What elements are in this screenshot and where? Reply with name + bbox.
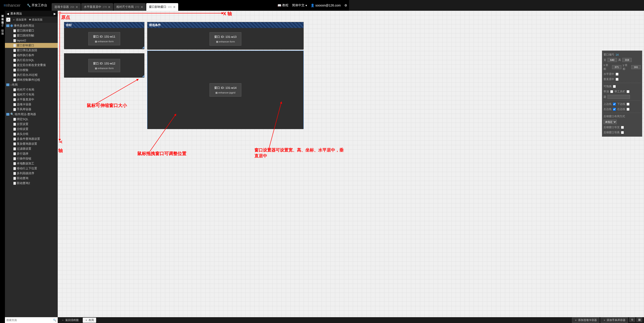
tree-item[interactable]: 移动行上下位置 [5,166,58,171]
window-label: 窗口 ID: 131-w13 ▦ enhancer-form [210,32,241,46]
sidebar-toolbar: ⤢ ＋添加菜单 ✚添加页面 [5,16,58,23]
tree-item[interactable]: 提交后台前改变变量值 [5,63,58,68]
close-icon[interactable]: ✕ [76,5,78,9]
tree-item[interactable]: 选项卡容器 [5,102,58,107]
tree-item[interactable]: 脚本控制事件过程 [5,78,58,82]
tree-item[interactable]: 窗口弹出及按回 [5,48,58,53]
user-menu[interactable]: 👤 soooon@126.com [310,4,341,7]
tree-item[interactable]: 相对尺寸布局 [5,92,58,97]
topbar: ≡nhancer 🔧 开发工作台 选项卡容器 268 ✕ 水平垂直居中 278 … [0,0,349,11]
expand-icon[interactable]: ⤢ [6,18,10,22]
tree-item[interactable]: 动作执行条件 [5,53,58,58]
tree-item[interactable]: 分组设置 [5,126,58,132]
window-w14[interactable]: 窗口 ID: 131-w14 ▦ enhancer-jqgrid [147,50,304,129]
tree-item[interactable]: 窗口跳转窗口 [5,28,58,33]
x-axis-arrow [61,13,222,14]
window-label: 窗口 ID: 131-w14 ▦ enhancer-jqgrid [210,84,241,97]
anno-drag: 鼠标拖拽窗口可调整位置 [137,150,186,156]
tree-folder[interactable]: i事件及动作用法 [5,23,58,28]
tab-0[interactable]: 选项卡容器 268 ✕ [52,3,81,11]
tree-item[interactable]: 复杂查询器设置 [5,141,58,146]
tree-item[interactable]: 多行选择 [5,151,58,156]
rail-roles[interactable]: 角色管理 [0,15,5,18]
window-title: 筛选条件 [147,22,304,28]
add-menu-button[interactable]: ＋添加菜单 [12,18,26,22]
tree-item[interactable]: 本地数据加工 [5,161,58,166]
tree-item[interactable]: 表头分组 [5,132,58,136]
tree-item[interactable]: 执行后台JS过程 [5,72,58,78]
tree-item[interactable]: 手风琴容器 [5,107,58,112]
x-axis-label: X 轴 [223,11,232,17]
logo: ≡nhancer [2,3,22,8]
anno-resize: 鼠标可伸缩窗口大小 [87,102,127,108]
sidebar-title: 基本用法 [10,12,22,16]
window-w12[interactable]: 窗口 ID: 131-w12 ▦ enhancer-form [64,53,144,78]
add-page-button[interactable]: ✚添加页面 [29,18,42,22]
language-selector[interactable]: 简体中文 ▾ [292,3,307,8]
tree-item[interactable]: 多条件查询器设置 [5,136,58,141]
close-icon[interactable]: ✕ [108,5,110,9]
window-w13[interactable]: 筛选条件 窗口 ID: 131-w13 ▦ enhancer-form [147,22,304,49]
tab-3[interactable]: 窗口影响窗口 131 ✕ [146,3,178,11]
tab-2[interactable]: 相对尺寸布局 272 ✕ [114,3,146,11]
tree-item[interactable]: layout2 [5,38,58,43]
tree-item[interactable]: 绑定SQL [5,117,58,122]
origin-marker [59,12,61,14]
window-label: 窗口 ID: 131-w11 ▦ enhancer-form [88,32,120,45]
tree-item[interactable]: 后台校验 [5,68,58,72]
window-title: 你好 [64,22,144,28]
top-right: 📖 教程 简体中文 ▾ 👤 soooon@126.com ⚙ [278,3,347,8]
page-tree: i事件及动作用法 窗口跳转窗口 窗口跳转到帧 layout2 窗口影响窗口 窗口… [5,23,58,175]
origin-label: 原点 [61,14,70,20]
workspace-button[interactable]: 🔧 开发工作台 [24,3,50,8]
left-rail: 页面管理 角色管理 全局配置 Http 接口 项目 [0,11,5,175]
canvas[interactable]: 原点 X 轴 Y 轴 你好 窗口 ID: 131-w11 ▦ enhancer-… [58,11,349,175]
tree-item[interactable]: 行操作按钮 [5,156,58,161]
tab-1[interactable]: 水平垂直居中 278 ✕ [81,3,113,11]
close-icon[interactable]: ✕ [173,5,176,9]
rail-config[interactable]: 全局配置 [0,18,5,20]
sidebar-header: ◀ 基本用法 ▶ [5,11,58,16]
anno-arrow-resize [95,80,137,104]
window-w11[interactable]: 你好 窗口 ID: 131-w11 ▦ enhancer-form [64,22,144,49]
rail-project[interactable]: 项目 [0,29,5,32]
resize-handle[interactable] [142,46,144,48]
tree-item[interactable]: 窗口跳转到帧 [5,33,58,38]
tutorial-link[interactable]: 📖 教程 [278,3,288,8]
window-label: 窗口 ID: 131-w12 ▦ enhancer-form [88,59,120,72]
back-icon[interactable]: ◀ [7,12,9,16]
collapse-icon[interactable]: ▶ [54,12,56,16]
tree-item[interactable]: 过滤器设置 [5,146,58,151]
close-icon[interactable]: ✕ [141,5,143,9]
anno-props: 窗口设置器可设置宽、高、坐标、水平居中，垂直居中 [254,147,344,159]
rail-http[interactable]: Http 接口 [0,21,5,29]
resize-handle[interactable] [142,75,144,77]
tree-folder[interactable]: ↕布局 [5,82,58,87]
tree-item[interactable]: 水平垂直居中 [5,97,58,102]
tree-item[interactable]: 绝对尺寸布局 [5,87,58,92]
y-axis-arrow [60,14,60,139]
tree-item[interactable]: 分页设置 [5,122,58,126]
tree-folder[interactable]: 🔍组件用法-查询器 [5,112,58,117]
tree-item-active[interactable]: 窗口影响窗口 [5,43,58,48]
tab-bar: 选项卡容器 268 ✕ 水平垂直居中 278 ✕ 相对尺寸布局 272 ✕ 窗口… [52,0,276,11]
tree-item[interactable]: 执行后台SQL [5,58,58,63]
settings-icon[interactable]: ⚙ [344,4,347,7]
tree-item[interactable]: 多列高级排序 [5,171,58,175]
rail-pages[interactable]: 页面管理 [0,12,5,14]
sidebar: ◀ 基本用法 ▶ ⤢ ＋添加菜单 ✚添加页面 i事件及动作用法 窗口跳转窗口 窗… [5,11,58,175]
